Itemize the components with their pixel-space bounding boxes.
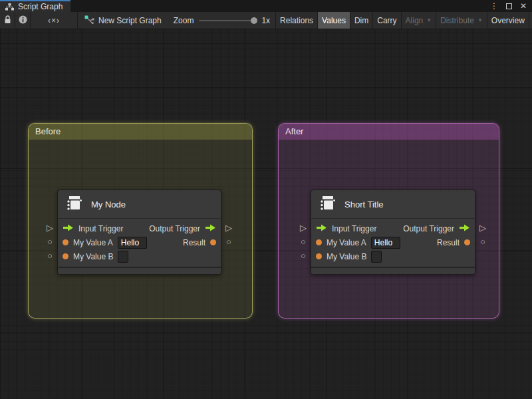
dim-button[interactable]: Dim bbox=[350, 12, 372, 29]
align-button[interactable]: Align ▼ bbox=[402, 12, 436, 29]
result-port-outer[interactable]: ○ bbox=[223, 237, 234, 247]
group-after-header[interactable]: After bbox=[279, 124, 499, 140]
lock-icon bbox=[4, 15, 11, 26]
zoom-slider-handle[interactable] bbox=[251, 17, 257, 24]
script-graph-asset-icon bbox=[84, 15, 94, 26]
distribute-label: Distribute bbox=[440, 16, 474, 25]
port-row-value-b: My Value B bbox=[63, 249, 216, 263]
tab-script-graph[interactable]: Script Graph bbox=[0, 0, 70, 12]
zoom-control: Zoom 1x bbox=[168, 12, 275, 29]
port-label-my-value-b: My Value B bbox=[327, 252, 366, 261]
relations-button[interactable]: Relations bbox=[276, 12, 317, 29]
zoom-value: 1x bbox=[261, 16, 270, 25]
value-b-port-outer[interactable]: ○ bbox=[45, 251, 55, 261]
unit-icon bbox=[319, 194, 337, 215]
info-icon bbox=[19, 15, 27, 26]
value-b-port-outer[interactable]: ○ bbox=[298, 251, 309, 261]
port-label-output-trigger: Output Trigger bbox=[149, 224, 200, 233]
node-footer bbox=[58, 267, 221, 274]
info-button[interactable] bbox=[15, 12, 30, 29]
value-port-icon[interactable] bbox=[316, 253, 322, 259]
input-flow-port-outer[interactable]: ▷ bbox=[298, 223, 309, 233]
chevron-down-icon: ▼ bbox=[426, 17, 432, 23]
graph-name: New Script Graph bbox=[78, 12, 168, 29]
node-box[interactable]: My Node Input Trigger Output Trigger bbox=[57, 190, 221, 275]
script-graph-window: Script Graph ⋮ ✕ bbox=[0, 0, 532, 399]
zoom-slider[interactable] bbox=[199, 20, 256, 21]
node-my-node[interactable]: ▷ ○ ○ ▷ ○ My bbox=[57, 190, 221, 275]
output-flow-port-outer[interactable]: ▷ bbox=[477, 223, 488, 233]
chevron-down-icon: ▼ bbox=[477, 17, 483, 23]
input-flow-port-outer[interactable]: ▷ bbox=[45, 223, 55, 233]
node-title: My Node bbox=[91, 200, 126, 209]
node-footer bbox=[311, 267, 475, 274]
node-body: Input Trigger Output Trigger My Valu bbox=[311, 219, 475, 267]
graph-canvas[interactable]: Before After ▷ ○ ○ ▷ ○ bbox=[0, 29, 532, 399]
unit-icon bbox=[66, 194, 84, 215]
code-icon: ‹×› bbox=[48, 16, 60, 25]
close-icon[interactable]: ✕ bbox=[520, 0, 527, 12]
graph-hierarchy-icon bbox=[5, 3, 14, 11]
port-label-input-trigger: Input Trigger bbox=[332, 224, 376, 233]
node-short-title[interactable]: ▷ ○ ○ ▷ ○ Sh bbox=[311, 190, 475, 275]
overview-button[interactable]: Overview bbox=[487, 12, 529, 29]
port-row-triggers: Input Trigger Output Trigger bbox=[63, 221, 216, 235]
port-row-value-a: My Value A Result bbox=[63, 235, 216, 249]
window-controls: ⋮ ✕ bbox=[490, 0, 532, 12]
port-label-my-value-a: My Value A bbox=[327, 238, 366, 247]
port-row-triggers: Input Trigger Output Trigger bbox=[316, 221, 470, 235]
value-port-icon[interactable] bbox=[464, 239, 470, 245]
port-label-result: Result bbox=[437, 238, 460, 247]
port-label-my-value-a: My Value A bbox=[73, 238, 113, 247]
values-button[interactable]: Values bbox=[318, 12, 350, 29]
flow-out-icon[interactable] bbox=[205, 224, 216, 233]
value-port-icon[interactable] bbox=[63, 253, 68, 259]
node-body: Input Trigger Output Trigger My Valu bbox=[58, 219, 221, 267]
tab-bar: Script Graph ⋮ ✕ bbox=[0, 0, 532, 12]
graph-name-label: New Script Graph bbox=[98, 16, 162, 25]
value-a-port-outer[interactable]: ○ bbox=[45, 237, 55, 247]
lock-button[interactable] bbox=[0, 12, 15, 29]
flow-in-icon[interactable] bbox=[63, 224, 74, 233]
port-label-result: Result bbox=[183, 238, 205, 247]
graph-toolbar: ‹×› New Script Graph Zoom 1x Relations bbox=[0, 12, 532, 29]
align-label: Align bbox=[406, 16, 424, 25]
value-port-icon[interactable] bbox=[63, 239, 68, 245]
value-port-icon[interactable] bbox=[210, 239, 216, 245]
node-title: Short Title bbox=[344, 200, 384, 209]
value-b-input[interactable] bbox=[371, 251, 382, 263]
group-before-header[interactable]: Before bbox=[29, 124, 252, 140]
port-label-output-trigger: Output Trigger bbox=[403, 224, 454, 233]
port-row-value-a: My Value A Result bbox=[316, 235, 470, 249]
port-row-value-b: My Value B bbox=[316, 249, 470, 263]
code-preview-button[interactable]: ‹×› bbox=[31, 12, 77, 29]
value-a-input[interactable] bbox=[371, 237, 400, 249]
node-header[interactable]: My Node bbox=[58, 190, 221, 219]
node-box[interactable]: Short Title Input Trigger Output Trigger bbox=[311, 190, 475, 275]
flow-in-icon[interactable] bbox=[316, 224, 327, 233]
tab-title: Script Graph bbox=[18, 2, 63, 11]
output-flow-port-outer[interactable]: ▷ bbox=[223, 223, 234, 233]
flow-out-icon[interactable] bbox=[459, 224, 470, 233]
fullscreen-button[interactable]: Full Screen bbox=[529, 12, 532, 29]
value-a-port-outer[interactable]: ○ bbox=[298, 237, 309, 247]
value-a-input[interactable] bbox=[118, 237, 147, 249]
value-port-icon[interactable] bbox=[316, 239, 322, 245]
port-label-my-value-b: My Value B bbox=[73, 252, 113, 261]
value-b-input[interactable] bbox=[118, 251, 128, 263]
distribute-button[interactable]: Distribute ▼ bbox=[436, 12, 487, 29]
maximize-icon[interactable] bbox=[506, 3, 512, 9]
node-header[interactable]: Short Title bbox=[311, 190, 475, 219]
result-port-outer[interactable]: ○ bbox=[477, 237, 488, 247]
more-menu-icon[interactable]: ⋮ bbox=[490, 0, 498, 12]
port-label-input-trigger: Input Trigger bbox=[78, 224, 123, 233]
tabbar-spacer bbox=[70, 0, 490, 12]
carry-button[interactable]: Carry bbox=[373, 12, 400, 29]
zoom-label: Zoom bbox=[174, 16, 194, 25]
